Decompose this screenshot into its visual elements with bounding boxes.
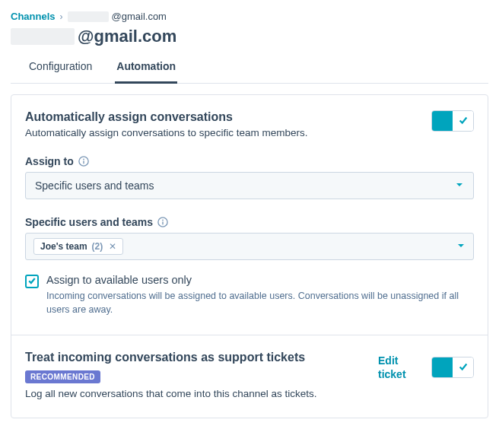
specific-label-row: Specific users and teams: [25, 216, 474, 228]
info-icon[interactable]: [157, 217, 168, 227]
available-users-help: Incoming conversations will be assigned …: [46, 289, 474, 316]
toggle-off-half: [453, 111, 473, 131]
breadcrumb-channels-link[interactable]: Channels: [11, 11, 56, 22]
svg-point-4: [162, 220, 164, 221]
svg-rect-5: [162, 221, 163, 224]
chip-remove-icon[interactable]: ✕: [107, 241, 116, 252]
breadcrumb-email-suffix: @gmail.com: [112, 11, 167, 22]
svg-rect-2: [83, 160, 84, 164]
info-icon[interactable]: [78, 156, 89, 167]
page-title-suffix: @gmail.com: [78, 27, 176, 46]
section-tickets: Treat incoming conversations as support …: [11, 335, 488, 418]
team-chip: Joe's team (2) ✕: [33, 238, 123, 255]
auto-assign-title: Automatically assign conversations: [25, 110, 419, 124]
tickets-desc: Log all new conversations that come into…: [25, 388, 366, 399]
specific-users-select[interactable]: Joe's team (2) ✕: [25, 233, 474, 260]
tab-automation[interactable]: Automation: [115, 52, 177, 84]
check-icon: [458, 361, 469, 374]
auto-assign-toggle[interactable]: [431, 110, 474, 132]
toggle-on-half: [432, 357, 453, 377]
tickets-title: Treat incoming conversations as support …: [25, 351, 366, 364]
recommended-badge: RECOMMENDED: [25, 370, 100, 383]
assign-to-value: Specific users and teams: [35, 180, 154, 192]
edit-ticket-link[interactable]: Edit ticket: [378, 354, 418, 381]
chip-name: Joe's team: [40, 241, 87, 252]
assign-to-select[interactable]: Specific users and teams: [25, 172, 474, 199]
assign-to-label: Assign to: [25, 155, 74, 167]
svg-point-1: [83, 159, 84, 160]
check-icon: [27, 275, 37, 288]
available-users-label: Assign to available users only: [46, 274, 474, 286]
auto-assign-desc: Automatically assign conversations to sp…: [25, 127, 419, 138]
redacted-text: [11, 28, 75, 45]
caret-down-icon: [455, 180, 464, 192]
tabs: Configuration Automation: [11, 52, 488, 84]
breadcrumb-current: @gmail.com: [68, 11, 167, 22]
check-icon: [458, 115, 469, 128]
section-auto-assign: Automatically assign conversations Autom…: [11, 95, 488, 335]
assign-to-label-row: Assign to: [25, 155, 474, 167]
tickets-toggle[interactable]: [431, 357, 474, 378]
settings-card: Automatically assign conversations Autom…: [11, 94, 488, 418]
specific-label: Specific users and teams: [25, 216, 153, 228]
toggle-off-half: [453, 357, 473, 377]
caret-down-icon: [456, 240, 466, 253]
page-title: @gmail.com: [11, 27, 488, 46]
available-users-checkbox[interactable]: [25, 275, 39, 288]
tab-configuration[interactable]: Configuration: [27, 52, 94, 84]
breadcrumb: Channels › @gmail.com: [11, 11, 488, 22]
chevron-right-icon: ›: [60, 11, 63, 22]
chip-count: (2): [92, 241, 103, 252]
toggle-on-half: [432, 111, 453, 131]
redacted-text: [68, 11, 109, 22]
